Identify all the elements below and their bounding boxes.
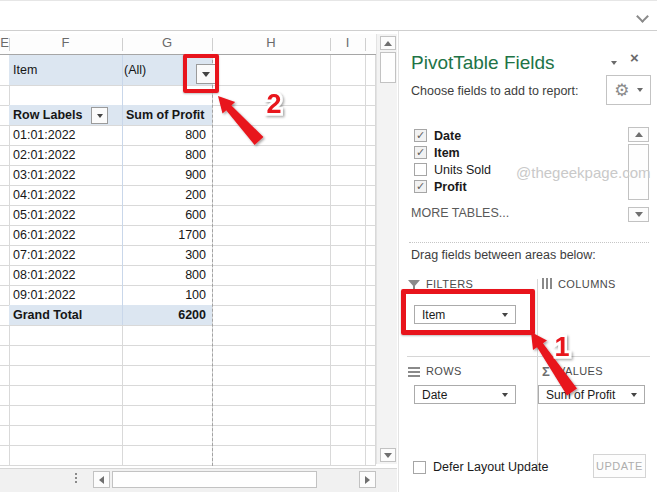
table-row[interactable]: 07:01:2022300 bbox=[9, 245, 212, 265]
divider bbox=[537, 279, 538, 471]
watermark: @thegeekpage.com bbox=[516, 164, 650, 181]
values-area-field-item[interactable]: Sum of Profit bbox=[538, 385, 645, 404]
scroll-left-button[interactable] bbox=[93, 471, 110, 488]
scroll-right-button[interactable] bbox=[359, 471, 376, 488]
close-icon[interactable]: × bbox=[630, 49, 639, 66]
column-header-e[interactable]: E bbox=[0, 34, 9, 52]
dropdown-arrow-icon bbox=[97, 114, 103, 118]
gear-icon: ⚙ bbox=[614, 82, 629, 99]
sigma-icon: Σ bbox=[542, 364, 550, 379]
field-item-units-sold[interactable]: Units Sold bbox=[414, 161, 491, 178]
header-separator bbox=[365, 38, 366, 51]
arrow-left-icon bbox=[99, 476, 104, 484]
grand-total-row[interactable]: Grand Total 6200 bbox=[9, 305, 212, 325]
pivot-filter-value-cell[interactable]: (All) bbox=[124, 55, 146, 85]
annotation-box-step1 bbox=[401, 289, 535, 335]
tools-button[interactable]: ⚙ bbox=[606, 75, 651, 105]
arrow-up-icon bbox=[635, 132, 643, 137]
vertical-scrollbar[interactable] bbox=[376, 34, 397, 464]
checkbox-checked[interactable]: ✓ bbox=[414, 129, 427, 142]
rows-area-label: ROWS bbox=[426, 365, 462, 377]
divider bbox=[407, 356, 650, 357]
dropdown-arrow-icon bbox=[502, 393, 508, 397]
rows-icon bbox=[408, 367, 420, 377]
vertical-scrollbar-thumb[interactable] bbox=[380, 52, 396, 83]
column-header-h[interactable]: H bbox=[212, 34, 330, 52]
values-area-label: VALUES bbox=[558, 365, 603, 377]
drag-fields-label: Drag fields between areas below: bbox=[411, 248, 596, 262]
values-header[interactable]: Sum of Profit bbox=[126, 105, 204, 125]
field-item-date[interactable]: ✓ Date bbox=[414, 127, 461, 144]
arrow-up-icon bbox=[384, 41, 392, 46]
header-separator bbox=[330, 38, 331, 51]
annotation-box-step2 bbox=[183, 54, 219, 93]
arrow-down-icon bbox=[384, 453, 392, 458]
table-row[interactable]: 03:01:2022900 bbox=[9, 165, 212, 185]
arrow-down-icon bbox=[635, 212, 643, 217]
gridline bbox=[0, 465, 376, 466]
dropdown-arrow-icon bbox=[631, 393, 637, 397]
chevron-down-icon[interactable] bbox=[636, 10, 649, 23]
defer-layout-label: Defer Layout Update bbox=[433, 460, 548, 474]
page-break-dashed-line bbox=[212, 55, 213, 466]
field-item-profit[interactable]: ✓ Profit bbox=[414, 178, 467, 195]
arrow-right-icon bbox=[365, 476, 370, 484]
table-row[interactable]: 01:01:2022800 bbox=[9, 125, 212, 145]
rows-area-field-item[interactable]: Date bbox=[414, 385, 516, 404]
splitter-handle[interactable] bbox=[75, 473, 77, 475]
table-row[interactable]: 09:01:2022100 bbox=[9, 285, 212, 305]
scroll-down-button[interactable] bbox=[380, 448, 396, 462]
divider bbox=[409, 242, 649, 243]
filter-funnel-icon bbox=[408, 280, 420, 287]
column-header-f[interactable]: F bbox=[9, 34, 122, 52]
fields-scroll-down-button[interactable] bbox=[628, 207, 649, 222]
checkbox-unchecked[interactable] bbox=[414, 163, 427, 176]
pane-options-button[interactable] bbox=[611, 61, 617, 65]
pivottable-fields-pane: PivotTable Fields × Choose fields to add… bbox=[398, 31, 657, 492]
column-header-i[interactable]: I bbox=[330, 34, 365, 52]
checkbox-checked[interactable]: ✓ bbox=[414, 146, 427, 159]
pivot-header-row[interactable]: Row Labels Sum of Profit bbox=[9, 105, 212, 125]
columns-area-label: COLUMNS bbox=[558, 278, 616, 290]
more-tables-link[interactable]: MORE TABLES... bbox=[411, 206, 509, 220]
header-separator bbox=[122, 38, 123, 51]
pane-title: PivotTable Fields bbox=[411, 52, 555, 74]
defer-layout-checkbox[interactable] bbox=[413, 461, 426, 474]
field-item-item[interactable]: ✓ Item bbox=[414, 144, 460, 161]
pivot-filter-row[interactable]: Item (All) bbox=[9, 55, 212, 85]
spreadsheet-grid[interactable]: E F G H I Item (All) Row Labels Sum of P… bbox=[0, 31, 397, 468]
row-labels-header[interactable]: Row Labels bbox=[13, 105, 82, 125]
column-header-g[interactable]: G bbox=[122, 34, 212, 52]
choose-fields-label: Choose fields to add to report: bbox=[411, 84, 578, 98]
formula-bar[interactable] bbox=[0, 0, 657, 31]
gridline bbox=[122, 55, 123, 325]
header-separator bbox=[212, 38, 213, 51]
table-row[interactable]: 04:01:2022200 bbox=[9, 185, 212, 205]
row-labels-dropdown-button[interactable] bbox=[91, 107, 108, 124]
pivot-filter-field-cell[interactable]: Item bbox=[13, 55, 37, 85]
fields-scroll-up-button[interactable] bbox=[628, 127, 649, 142]
table-row[interactable]: 06:01:20221700 bbox=[9, 225, 212, 245]
scroll-up-button[interactable] bbox=[380, 36, 396, 50]
update-button[interactable]: UPDATE bbox=[593, 454, 646, 478]
checkbox-checked[interactable]: ✓ bbox=[414, 180, 427, 193]
dropdown-arrow-icon bbox=[637, 88, 643, 92]
table-row[interactable]: 02:01:2022800 bbox=[9, 145, 212, 165]
columns-icon bbox=[542, 278, 553, 289]
dropdown-arrow-icon bbox=[611, 61, 617, 65]
table-row[interactable]: 05:01:2022600 bbox=[9, 205, 212, 225]
table-row[interactable]: 08:01:2022800 bbox=[9, 265, 212, 285]
horizontal-scrollbar-thumb[interactable] bbox=[112, 471, 317, 488]
header-separator bbox=[9, 38, 10, 51]
